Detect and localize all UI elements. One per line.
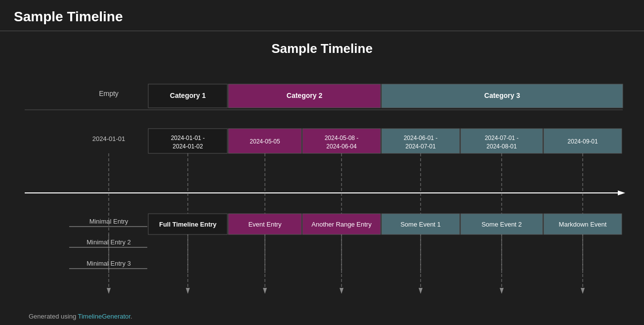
cat3-date3: 2024-09-01: [567, 138, 598, 145]
footer-suffix: .: [130, 313, 132, 320]
timeline-title: Sample Timeline: [15, 41, 629, 56]
cat2-date1: 2024-05-05: [250, 138, 280, 145]
entry-markdown-label: Markdown Event: [559, 221, 607, 228]
dv-arrow-6: [581, 288, 585, 294]
entry-minimal-label: Minimal Entry: [89, 218, 129, 225]
timeline-svg: Empty Category 1 Category 2 Category 3 2…: [15, 70, 629, 308]
cat1-label: Category 1: [170, 92, 206, 99]
cat3-label: Category 3: [484, 92, 520, 99]
entry-event-label: Event Entry: [248, 221, 282, 228]
dv-arrow-0: [107, 288, 111, 294]
cat3-date1b: 2024-07-01: [405, 143, 436, 150]
cat2-date2a: 2024-05-08 -: [325, 135, 359, 141]
entry-some2-label: Some Event 2: [481, 221, 522, 228]
cat1-date2: 2024-01-02: [172, 143, 203, 150]
cat-empty-label: Empty: [99, 90, 119, 97]
entry-full-label: Full Timeline Entry: [159, 221, 217, 228]
footer-prefix: Generated using: [29, 313, 78, 320]
dv-arrow-2: [263, 288, 267, 294]
footer: Generated using TimelineGenerator.: [15, 308, 629, 325]
entry-some1-label: Some Event 1: [400, 221, 441, 228]
dv-arrow-1: [186, 288, 190, 294]
dv-arrow-4: [419, 288, 423, 294]
timeline-arrow: [618, 190, 625, 195]
dv-arrow-5: [500, 288, 504, 294]
date-empty: 2024-01-01: [92, 135, 126, 142]
cat3-date1a: 2024-06-01 -: [404, 135, 438, 141]
entry-range-label: Another Range Entry: [311, 221, 372, 228]
cat2-label: Category 2: [287, 92, 323, 99]
cat2-date2b: 2024-06-04: [326, 143, 357, 150]
cat3-date2a: 2024-07-01 -: [485, 135, 519, 141]
app-title: Sample Timeline: [0, 0, 644, 31]
timeline-container: Sample Timeline Empty Category 1 Categor…: [0, 31, 644, 325]
footer-link[interactable]: TimelineGenerator: [78, 313, 130, 320]
cat3-date2b: 2024-08-01: [486, 143, 517, 150]
cat1-date: 2024-01-01 -: [171, 135, 205, 141]
dv-arrow-3: [340, 288, 343, 294]
timeline-svg-wrapper: Empty Category 1 Category 2 Category 3 2…: [15, 70, 629, 308]
